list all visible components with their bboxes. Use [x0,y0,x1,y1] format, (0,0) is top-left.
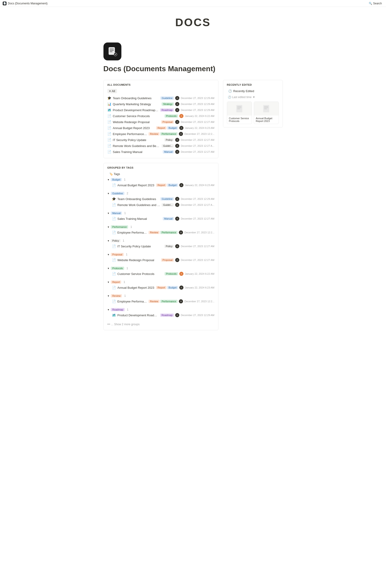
group-tag-label: Performance [111,225,128,229]
tag: Budget [167,126,178,129]
last-edited-filter[interactable]: 🕐 Last edited time ▼ [227,95,279,99]
table-row[interactable]: 📄Website Redesign ProposalProposalADecem… [107,119,214,125]
filter-all-tab[interactable]: ≡ All [107,89,117,93]
doc-date: December 27, 2023 12:27 AM [181,245,214,248]
doc-icon: 📊 [107,102,112,106]
doc-icon: 📄 [112,286,116,290]
doc-date: January 22, 2024 6:23 AM [185,184,214,187]
recently-edited-label: Recently Edited [233,89,254,93]
group-tag-label: Manual [111,211,122,215]
list-item[interactable]: 📄Remote Work Guidelines and Best Practi.… [107,202,214,208]
doc-tags: Guideline [160,197,174,201]
list-item[interactable]: 📄Customer Service ProtocolsProtocolsAJan… [107,271,214,277]
doc-tags: Proposal [161,258,174,262]
list-item[interactable]: 📄Website Redesign ProposalProposalADecem… [107,257,214,263]
top-bar-title: Docs (Documents Management) [8,2,47,5]
avatar: A [175,144,179,148]
group-header[interactable]: ▼Budget1 [107,178,214,181]
group-header[interactable]: ▼Manual1 [107,211,214,215]
doc-date: December 27, 2023 12:27 AM [181,217,214,220]
doc-date: December 27, 2023 12:27 AM [181,121,214,123]
group-header[interactable]: ▼Roadmap1 [107,308,214,311]
tag: Protocols [165,114,178,118]
group-header[interactable]: ▼Policy1 [107,239,214,242]
group-toggle-icon: ▼ [107,226,110,228]
doc-name: Website Redesign Proposal [113,120,160,124]
doc-name: Employee Performance Review Te... [113,132,147,136]
list-item[interactable]: 🗺️Product Development Roadmap 2024Roadma… [107,312,214,318]
doc-name: Sales Training Manual [113,150,162,154]
group-item: ▼Review1📄Employee Performance Review Te.… [107,294,214,304]
group-header[interactable]: ▼Review1 [107,294,214,297]
group-header[interactable]: ▼Performance1 [107,225,214,229]
svg-rect-4 [110,51,113,52]
group-tag-label: Protocols [111,267,124,270]
avatar: A [175,313,179,317]
search-button[interactable]: 🔍 Search [367,1,383,5]
tag: Roadmap [160,314,174,317]
list-item[interactable]: 📄Employee Performance Review Te...Review… [107,230,214,235]
show-more-label: ... Show 2 more groups [111,323,139,326]
avatar: A [179,132,183,136]
grouped-header: GROUPED BY TAGS [107,166,214,169]
doc-icon: 📄 [107,114,112,118]
re-card[interactable]: Customer Service Protocols [227,102,252,124]
tags-tab[interactable]: 🏷️ Tags [107,172,122,176]
table-row[interactable]: 📄Employee Performance Review Te...Review… [107,131,214,137]
doc-date: December 27, 2023 12:29 AM [181,109,214,111]
doc-tags: Policy [164,245,174,248]
group-toggle-icon: ▼ [107,212,110,214]
table-row[interactable]: 📄Annual Budget Report 2023ReportBudgetAJ… [107,125,214,131]
table-row[interactable]: 📊Quarterly Marketing StrategyStrategyADe… [107,101,214,107]
avatar: A [175,96,179,100]
group-header[interactable]: ▼Guideline2 [107,192,214,195]
doc-date: December 27, 2023 12:2... [184,132,214,135]
tag: Performance [160,132,178,136]
doc-name: Remote Work Guidelines and Best Practi..… [113,144,160,148]
list-item[interactable]: 📄Employee Performance Review Te...Review… [107,298,214,304]
search-icon: 🔍 [369,2,372,5]
main-layout: ALL DOCUMENTS ≡ All 🎓Team Onboarding Gui… [103,80,283,330]
doc-icon: 📄 [112,230,116,234]
list-item[interactable]: 📄Annual Budget Report 2023ReportBudgetAJ… [107,182,214,188]
doc-icon: 📄 [107,132,112,136]
doc-name: Employee Performance Review Te... [117,300,147,303]
tag: Review [149,300,159,303]
doc-date: January 22, 2024 6:23 AM [185,286,214,289]
recently-edited-tab[interactable]: 🕐 Recently Edited [227,88,279,94]
doc-icon: 🗺️ [112,313,116,317]
group-header[interactable]: ▼Report1 [107,280,214,284]
avatar: A [175,138,179,142]
doc-icon: 📄 [107,150,112,154]
re-card[interactable]: Annual Budget Report 2023 [254,102,279,124]
group-header[interactable]: ▼Protocols1 [107,267,214,270]
chevron-down-icon: ▼ [252,96,255,99]
tag: Manual [163,217,174,220]
list-item[interactable]: 🎓Team Onboarding GuidelinesGuidelineADec… [107,196,214,202]
re-card-thumbnail [227,102,252,116]
doc-date: December 27, 2023 12:27 AM [181,259,214,261]
table-row[interactable]: 🎓Team Onboarding GuidelinesGuidelineADec… [107,95,214,101]
doc-tags: Manual [163,217,174,220]
doc-icon: 📄 [112,258,116,262]
doc-tags: ReportBudget [156,184,178,187]
group-toggle-icon: ▼ [107,240,110,242]
doc-date: December 27, 2023 12:29 AM [181,97,214,100]
table-row[interactable]: 📄IT Security Policy UpdatePolicyADecembe… [107,137,214,143]
table-row[interactable]: 📄Remote Work Guidelines and Best Practi.… [107,143,214,149]
avatar: A [175,120,179,124]
tag: Guideline [160,96,174,100]
list-item[interactable]: 📄IT Security Policy UpdatePolicyADecembe… [107,243,214,249]
table-row[interactable]: 📄Sales Training ManualManualADecember 27… [107,149,214,155]
list-item[interactable]: 📄Annual Budget Report 2023ReportBudgetAJ… [107,285,214,291]
group-header[interactable]: ▼Proposal1 [107,253,214,256]
show-more-button[interactable]: ••• ... Show 2 more groups [107,322,214,327]
doc-tags: ReportBudget [156,126,178,129]
doc-name: Sales Training Manual [117,217,162,220]
table-row[interactable]: 🗺️Product Development Roadmap 2024Roadma… [107,107,214,113]
doc-name: Team Onboarding Guidelines [113,96,159,100]
table-row[interactable]: 📄Customer Service ProtocolsProtocolsAJan… [107,113,214,119]
tag: Budget [167,286,178,289]
doc-date: December 27, 2023 12:27 AM [181,139,214,141]
list-item[interactable]: 📄Sales Training ManualManualADecember 27… [107,216,214,222]
